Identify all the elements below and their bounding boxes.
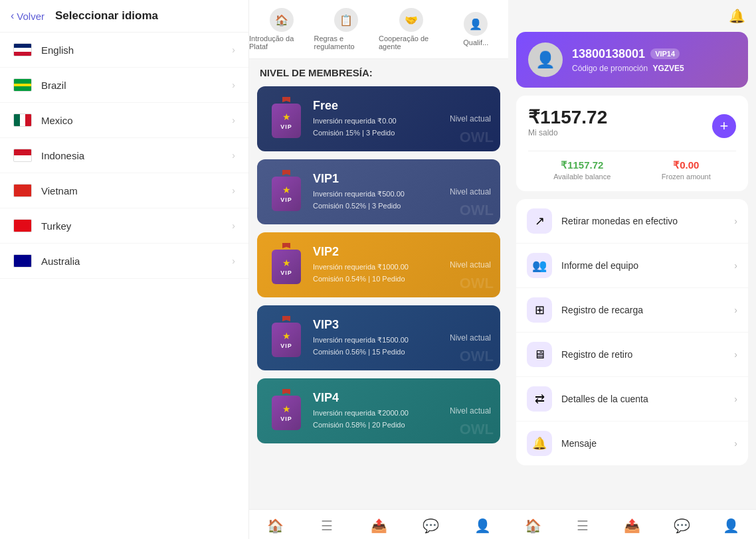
vip-card-1[interactable]: ★ VIP VIP1 Inversión requerida ₹500.00 C… — [257, 159, 500, 224]
right-bottom-nav: 🏠 ☰ 📤 💬 👤 — [508, 509, 756, 539]
menu-label-withdraw: Retirar monedas en efectivo — [561, 216, 734, 226]
frozen-label: Frozen amount — [662, 173, 711, 181]
vip-badge-icon-0: ★ VIP — [269, 97, 304, 141]
vip-comision-2: Comisión 0.54% | 10 Pedido — [313, 273, 488, 285]
badge-vip-text-4: VIP — [280, 416, 292, 422]
available-balance-label: Available balance — [553, 173, 611, 181]
menu-label-team: Informe del equipo — [561, 260, 734, 271]
language-item-br[interactable]: Brazil › — [0, 68, 248, 103]
badge-ribbon-3 — [282, 316, 290, 323]
menu-item-team[interactable]: 👥 Informe del equipo › — [516, 244, 748, 288]
menu-icon-recharge: ⊞ — [527, 297, 552, 323]
page-title: Seleccionar idioma — [55, 9, 158, 23]
language-item-vn[interactable]: Vietnam › — [0, 173, 248, 208]
language-item-au[interactable]: Australia › — [0, 244, 248, 279]
middle-nav-upload[interactable]: 📤 — [353, 515, 405, 536]
vip-comision-3: Comisión 0.56% | 15 Pedido — [313, 346, 488, 358]
chevron-right-icon: › — [232, 150, 235, 161]
menu-item-recharge[interactable]: ⊞ Registro de recarga › — [516, 288, 748, 333]
vip-name-1: VIP1 — [313, 172, 488, 186]
notification-bell-icon[interactable]: 🔔 — [729, 8, 745, 24]
menu-label-account: Detalles de la cuenta — [561, 394, 734, 404]
add-funds-button[interactable]: + — [712, 114, 736, 138]
language-item-mx[interactable]: Mexico › — [0, 103, 248, 138]
vip-card-3[interactable]: ★ VIP VIP3 Inversión requerida ₹1500.00 … — [257, 305, 500, 370]
flag-mx — [13, 114, 32, 127]
vip-name-0: Free — [313, 99, 488, 113]
nav-tab-label-1: Regras e regulamento — [314, 35, 379, 50]
nivel-actual-0: Nivel actual — [450, 114, 491, 123]
badge-vip-text-1: VIP — [280, 196, 292, 203]
nav-tab-3[interactable]: 👤 Qualif... — [444, 9, 509, 49]
nav-tab-icon-0: 🏠 — [270, 8, 294, 32]
badge-body-3: ★ VIP — [272, 323, 301, 357]
menu-icon-account: ⇄ — [527, 386, 552, 412]
menu-label-withdrawal-log: Registro de retiro — [561, 349, 734, 360]
balance-amount-wrapper: ₹1157.72 Mi saldo — [528, 106, 607, 145]
menu-item-withdrawal-log[interactable]: 🖥 Registro de retiro › — [516, 333, 748, 377]
vip-badge-icon-1: ★ VIP — [269, 170, 304, 214]
lang-name-en: English — [41, 44, 232, 56]
middle-nav-home[interactable]: 🏠 — [249, 515, 301, 536]
right-top-bar: 🔔 — [508, 0, 756, 32]
language-item-id[interactable]: Indonesia › — [0, 138, 248, 173]
right-nav-chat[interactable]: 💬 — [657, 515, 707, 536]
vip-comision-4: Comisión 0.58% | 20 Pedido — [313, 420, 488, 431]
menu-label-message: Mensaje — [561, 438, 734, 449]
language-item-tr[interactable]: Turkey › — [0, 208, 248, 244]
back-button[interactable]: ‹ Volver — [11, 10, 45, 22]
right-nav-home[interactable]: 🏠 — [508, 515, 558, 536]
avatar: 👤 — [528, 42, 563, 77]
badge-vip-text-2: VIP — [280, 270, 292, 276]
nav-tab-label-2: Cooperação de agente — [379, 35, 444, 50]
nav-tab-0[interactable]: 🏠 Introdução da Plataf — [249, 5, 314, 53]
badge-body-0: ★ VIP — [272, 104, 301, 138]
right-nav-upload[interactable]: 📤 — [607, 515, 657, 536]
badge-vip-text-3: VIP — [280, 343, 292, 349]
badge-star-4: ★ — [282, 404, 291, 414]
badge-star-0: ★ — [282, 112, 291, 122]
menu-item-account[interactable]: ⇄ Detalles de la cuenta › — [516, 377, 748, 422]
nav-tab-1[interactable]: 📋 Regras e regulamento — [314, 5, 379, 53]
profile-card: 👤 13800138001 VIP14 Código de promoción … — [516, 32, 748, 88]
flag-br — [13, 78, 32, 92]
menu-item-message[interactable]: 🔔 Mensaje › — [516, 422, 748, 465]
right-nav-menu[interactable]: ☰ — [558, 515, 608, 536]
chevron-right-icon: › — [232, 44, 235, 55]
right-nav-profile[interactable]: 👤 — [706, 515, 756, 536]
nav-tab-icon-1: 📋 — [334, 8, 358, 32]
language-item-en[interactable]: English › — [0, 33, 248, 68]
flag-au — [13, 254, 32, 268]
middle-nav-chat[interactable]: 💬 — [405, 515, 456, 536]
chevron-right-icon: › — [232, 256, 235, 266]
middle-bottom-nav: 🏠 ☰ 📤 💬 👤 — [249, 509, 508, 539]
chevron-right-icon-4: › — [734, 394, 737, 404]
vip-card-2[interactable]: ★ VIP VIP2 Inversión requerida ₹1000.00 … — [257, 232, 500, 297]
flag-id — [13, 149, 32, 162]
lang-name-tr: Turkey — [41, 220, 232, 232]
vip-card-4[interactable]: ★ VIP VIP4 Inversión requerida ₹2000.00 … — [257, 378, 500, 443]
vip-name-2: VIP2 — [313, 245, 488, 259]
language-selector-panel: ‹ Volver Seleccionar idioma English › Br… — [0, 0, 249, 539]
right-panel: 🔔 👤 13800138001 VIP14 Código de promoció… — [508, 0, 756, 539]
chevron-right-icon-0: › — [734, 216, 737, 226]
menu-item-withdraw[interactable]: ↗ Retirar monedas en efectivo › — [516, 199, 748, 244]
available-balance-amount: ₹1157.72 — [553, 159, 611, 171]
promo-label: Código de promoción — [572, 64, 648, 73]
lang-name-mx: Mexico — [41, 115, 232, 126]
menu-icon-withdraw: ↗ — [527, 208, 552, 234]
membership-panel: 🏠 Introdução da Plataf 📋 Regras e regula… — [249, 0, 508, 539]
badge-ribbon-1 — [282, 170, 290, 177]
profile-name-row: 13800138001 VIP14 — [572, 47, 736, 61]
badge-star-3: ★ — [282, 331, 291, 341]
nav-tab-icon-3: 👤 — [464, 12, 488, 36]
frozen-amount-item: ₹0.00 Frozen amount — [662, 159, 711, 181]
membership-content: NIVEL DE MEMBRESÍA: ★ VIP Free Inversión… — [249, 59, 508, 509]
vip-name-4: VIP4 — [313, 391, 488, 405]
top-navigation: 🏠 Introdução da Plataf 📋 Regras e regula… — [249, 0, 508, 59]
middle-nav-menu[interactable]: ☰ — [301, 515, 353, 536]
nav-tab-2[interactable]: 🤝 Cooperação de agente — [379, 5, 444, 53]
middle-nav-profile[interactable]: 👤 — [456, 515, 508, 536]
menu-label-recharge: Registro de recarga — [561, 305, 734, 315]
vip-card-0[interactable]: ★ VIP Free Inversión requerida ₹0.00 Com… — [257, 86, 500, 151]
